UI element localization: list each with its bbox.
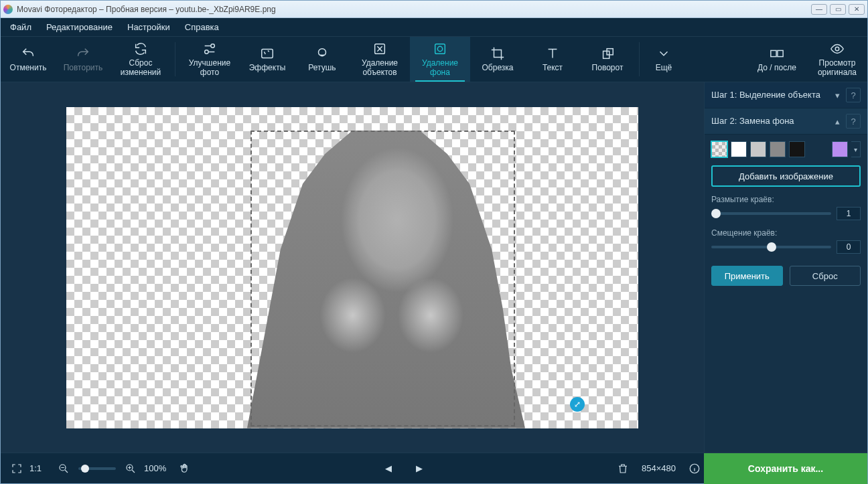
step-2-label: Шаг 2: Замена фона [711,116,833,127]
edge-blur-slider[interactable] [711,212,831,215]
zoom-in-button[interactable] [121,459,140,478]
color-picker-swatch[interactable] [832,141,848,157]
help-button[interactable]: ? [846,88,861,102]
object-removal-label: Удаление объектов [362,59,398,76]
maximize-button[interactable]: ▭ [830,4,846,15]
fit-label: 1:1 [29,463,42,473]
svg-rect-7 [771,50,776,56]
retouch-label: Ретушь [308,64,336,72]
effects-label: Эффекты [249,64,286,72]
selection-rectangle[interactable] [250,131,515,426]
view-original-label: Просмотр оригинала [818,59,857,76]
step-1-header[interactable]: Шаг 1: Выделение объекта ▾ ? [705,82,867,108]
background-removal-button[interactable]: Удаление фона [410,37,470,82]
close-button[interactable]: ✕ [849,4,865,15]
svg-point-9 [835,48,839,52]
statusbar: 1:1 100% ◀ ▶ 854×480 Сохранить как... [1,453,867,483]
effects-button[interactable]: Эффекты [240,37,295,82]
menubar: Файл Редактирование Настройки Справка [1,18,867,37]
app-logo-icon [3,5,13,14]
object-removal-button[interactable]: Удаление объектов [350,37,410,82]
canvas-image[interactable]: ⤢ [66,107,638,428]
minimize-button[interactable]: — [811,4,827,15]
info-button[interactable] [685,459,704,478]
add-image-button[interactable]: Добавить изображение [711,165,861,187]
swatch-black[interactable] [789,141,805,157]
toolbar: Отменить Повторить Сброс изменений Улучш… [1,37,867,82]
pan-button[interactable] [175,459,194,478]
chevron-up-icon: ▴ [833,116,842,127]
eye-icon [830,42,845,56]
svg-rect-3 [435,44,445,54]
canvas-area: ⤢ [1,82,704,453]
scale-handle-icon[interactable]: ⤢ [570,397,585,412]
menu-file[interactable]: Файл [10,22,31,32]
redo-label: Повторить [64,64,103,72]
retouch-icon [315,46,330,61]
before-after-icon [770,46,784,61]
dimensions-label: 854×480 [642,463,676,473]
reset-button[interactable]: Сброс изменений [111,37,171,82]
next-button[interactable]: ▶ [410,459,429,478]
object-removal-icon [372,42,387,56]
undo-button[interactable]: Отменить [1,37,56,82]
reset-sidebar-button[interactable]: Сброс [790,266,861,286]
more-label: Ещё [656,64,672,72]
background-removal-label: Удаление фона [422,59,458,76]
swatch-transparent[interactable] [711,141,727,157]
save-as-button[interactable]: Сохранить как... [704,453,867,484]
enhance-icon [202,42,217,56]
rotate-button[interactable]: Поворот [580,37,635,82]
redo-button[interactable]: Повторить [56,37,111,82]
menu-help[interactable]: Справка [185,22,219,32]
delete-button[interactable] [613,459,632,478]
prev-button[interactable]: ◀ [379,459,398,478]
svg-rect-8 [778,50,783,56]
view-original-button[interactable]: Просмотр оригинала [807,37,867,82]
help-button[interactable]: ? [846,114,861,129]
rotate-label: Поворот [592,64,624,72]
chevron-down-icon [656,46,671,61]
undo-label: Отменить [10,64,47,72]
text-icon [545,46,560,61]
menu-settings[interactable]: Настройки [127,22,170,32]
swatch-white[interactable] [731,141,747,157]
crop-icon [490,46,505,61]
before-after-button[interactable]: До / после [747,37,807,82]
crop-button[interactable]: Обрезка [470,37,525,82]
fit-button[interactable]: 1:1 [26,459,45,478]
zoom-value: 100% [144,463,166,473]
chevron-down-icon: ▾ [833,90,842,100]
enhance-label: Улучшение фото [189,59,230,76]
svg-point-4 [437,47,442,52]
more-button[interactable]: Ещё [644,37,684,82]
color-picker-dropdown[interactable]: ▾ [851,141,861,157]
step-1-label: Шаг 1: Выделение объекта [711,90,833,100]
swatch-gray[interactable] [770,141,786,157]
background-removal-icon [433,42,447,56]
effects-icon [260,46,275,61]
redo-icon [76,46,90,61]
undo-icon [21,46,35,61]
background-swatches: ▾ [705,135,867,161]
edge-blur-value[interactable]: 1 [837,207,861,220]
sidebar: Шаг 1: Выделение объекта ▾ ? Шаг 2: Заме… [704,82,867,453]
crop-label: Обрезка [482,64,514,72]
text-button[interactable]: Текст [525,37,580,82]
menu-edit[interactable]: Редактирование [46,22,113,32]
swatch-lightgray[interactable] [750,141,766,157]
reset-label: Сброс изменений [121,59,161,76]
zoom-out-button[interactable] [54,459,73,478]
retouch-button[interactable]: Ретушь [295,37,350,82]
apply-button[interactable]: Применить [711,266,783,286]
window-title: Movavi Фоторедактор – Пробная версия – y… [17,5,276,14]
fullscreen-button[interactable] [7,459,26,478]
zoom-slider[interactable] [78,467,116,470]
edge-offset-slider[interactable] [711,246,831,248]
enhance-button[interactable]: Улучшение фото [179,37,240,82]
rotate-icon [600,46,615,61]
edge-offset-value[interactable]: 0 [837,240,861,254]
reset-icon [133,42,148,56]
edge-offset-label: Смещение краёв: [711,228,861,238]
step-2-header[interactable]: Шаг 2: Замена фона ▴ ? [705,108,867,135]
